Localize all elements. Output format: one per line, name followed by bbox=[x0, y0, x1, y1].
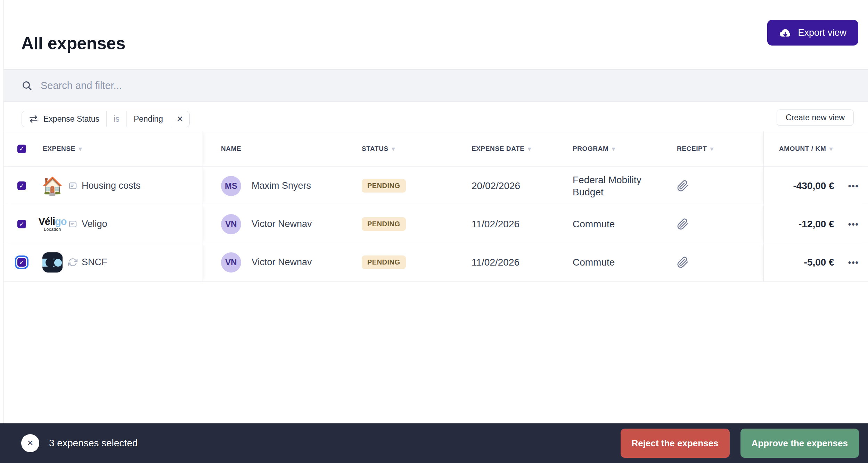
amount-value: -430,00 € bbox=[793, 180, 834, 192]
filter-value[interactable]: Pending bbox=[126, 111, 170, 127]
row-menu-button[interactable]: ••• bbox=[848, 182, 859, 190]
header-cell-expense: ✓ EXPENSE ▾ bbox=[4, 131, 203, 166]
cell-receipt bbox=[673, 205, 763, 243]
person-name: Victor Newnav bbox=[252, 257, 312, 268]
cell-name: MS Maxim Snyers bbox=[203, 167, 362, 205]
create-new-view-button[interactable]: Create new view bbox=[777, 109, 854, 126]
check-icon: ✓ bbox=[19, 145, 24, 153]
amount-value: -12,00 € bbox=[799, 219, 834, 230]
cell-expense: ✓ Véligo Location Veligo bbox=[4, 205, 203, 243]
sort-triangle-icon: ▾ bbox=[710, 145, 714, 153]
header-cell-name: NAME bbox=[203, 131, 362, 166]
export-view-label: Export view bbox=[798, 27, 846, 38]
row-menu-button[interactable]: ••• bbox=[848, 220, 859, 228]
cell-status: PENDING bbox=[362, 167, 472, 205]
cell-amount: -5,00 € ••• bbox=[763, 243, 868, 281]
check-icon: ✓ bbox=[19, 182, 24, 190]
filter-chip-expense-status[interactable]: Expense Status is Pending ✕ bbox=[22, 111, 190, 127]
receipt-attachment-button[interactable] bbox=[677, 218, 689, 230]
search-icon bbox=[22, 80, 32, 91]
header-cell-amount: AMOUNT / KM ▾ bbox=[763, 131, 868, 166]
select-all-checkbox[interactable]: ✓ bbox=[17, 145, 26, 153]
cell-expense-date: 11/02/2026 bbox=[472, 205, 573, 243]
row-checkbox[interactable]: ✓ bbox=[17, 220, 26, 228]
header-cell-status: STATUS ▾ bbox=[362, 131, 472, 166]
selection-actions: Reject the expenses Approve the expenses bbox=[621, 429, 859, 458]
expense-label: Veligo bbox=[82, 219, 107, 229]
expense-label: Housing costs bbox=[82, 180, 141, 191]
header-cell-program: PROGRAM ▾ bbox=[573, 131, 673, 166]
receipt-attachment-button[interactable] bbox=[677, 180, 689, 192]
merchant-logo-veligo: Véligo Location bbox=[41, 213, 64, 235]
status-badge: PENDING bbox=[362, 255, 406, 269]
row-menu-button[interactable]: ••• bbox=[848, 258, 859, 267]
paperclip-icon bbox=[677, 218, 689, 230]
table-row[interactable]: ✓ SNCF VN Victor Newnav PENDING 11/02/20… bbox=[4, 243, 868, 282]
check-icon: ✓ bbox=[19, 259, 24, 266]
cell-expense: ✓ SNCF bbox=[4, 243, 203, 281]
avatar: MS bbox=[221, 176, 241, 196]
cell-status: PENDING bbox=[362, 243, 472, 281]
column-header-amount[interactable]: AMOUNT / KM ▾ bbox=[779, 145, 833, 153]
cell-name: VN Victor Newnav bbox=[203, 205, 362, 243]
filter-field-segment[interactable]: Expense Status bbox=[22, 111, 106, 127]
column-header-expense-date[interactable]: EXPENSE DATE ▾ bbox=[472, 145, 531, 153]
column-header-status[interactable]: STATUS ▾ bbox=[362, 145, 395, 153]
cell-program: Federal Mobility Budget bbox=[573, 167, 673, 205]
cell-amount: -430,00 € ••• bbox=[763, 167, 868, 205]
filter-remove-button[interactable]: ✕ bbox=[170, 111, 189, 127]
sort-triangle-icon: ▾ bbox=[829, 145, 833, 153]
close-icon: ✕ bbox=[177, 114, 183, 124]
page-title: All expenses bbox=[21, 33, 125, 54]
selection-count-text: 3 expenses selected bbox=[49, 438, 138, 449]
sort-triangle-icon: ▾ bbox=[528, 145, 532, 153]
selection-action-bar: ✕ 3 expenses selected Reject the expense… bbox=[0, 423, 868, 463]
search-bar bbox=[4, 70, 868, 102]
person-name: Maxim Snyers bbox=[252, 180, 311, 191]
table-header: ✓ EXPENSE ▾ NAME STATUS ▾ EXPENSE DATE ▾… bbox=[4, 131, 868, 167]
sort-triangle-icon: ▾ bbox=[392, 145, 395, 153]
table-row[interactable]: ✓ 🏠 Housing costs MS Maxim Snyers PENDIN… bbox=[4, 167, 868, 205]
cell-expense-date: 11/02/2026 bbox=[472, 243, 573, 281]
cell-expense-date: 20/02/2026 bbox=[472, 167, 573, 205]
sort-triangle-icon: ▾ bbox=[79, 145, 82, 153]
close-icon: ✕ bbox=[27, 439, 33, 448]
row-checkbox[interactable]: ✓ bbox=[17, 258, 26, 267]
merchant-logo-housing: 🏠 bbox=[41, 175, 64, 197]
cell-program: Commute bbox=[573, 243, 673, 281]
status-badge: PENDING bbox=[362, 217, 406, 231]
column-header-receipt[interactable]: RECEIPT ▾ bbox=[677, 145, 714, 153]
export-view-button[interactable]: Export view bbox=[767, 20, 858, 46]
clear-selection-button[interactable]: ✕ bbox=[21, 434, 39, 452]
avatar: VN bbox=[221, 252, 241, 273]
cell-receipt bbox=[673, 243, 763, 281]
column-header-program[interactable]: PROGRAM ▾ bbox=[573, 145, 615, 153]
sncf-logo bbox=[42, 252, 63, 273]
check-icon: ✓ bbox=[19, 220, 24, 228]
search-input[interactable] bbox=[41, 80, 868, 91]
cloud-download-icon bbox=[779, 27, 792, 38]
swap-arrows-icon bbox=[29, 114, 38, 124]
cell-program: Commute bbox=[573, 205, 673, 243]
more-icon: ••• bbox=[848, 181, 859, 190]
expense-label: SNCF bbox=[82, 257, 107, 268]
receipt-attachment-button[interactable] bbox=[677, 257, 689, 268]
document-icon bbox=[68, 181, 77, 190]
cell-receipt bbox=[673, 167, 763, 205]
document-icon bbox=[68, 219, 77, 229]
column-header-name[interactable]: NAME bbox=[221, 145, 241, 153]
table-row[interactable]: ✓ Véligo Location Veligo VN Victor Newna… bbox=[4, 205, 868, 243]
cell-status: PENDING bbox=[362, 205, 472, 243]
approve-expenses-button[interactable]: Approve the expenses bbox=[740, 429, 859, 458]
cell-expense: ✓ 🏠 Housing costs bbox=[4, 167, 203, 205]
header-cell-expense-date: EXPENSE DATE ▾ bbox=[472, 131, 573, 166]
row-checkbox[interactable]: ✓ bbox=[17, 181, 26, 190]
cell-amount: -12,00 € ••• bbox=[763, 205, 868, 243]
sort-triangle-icon: ▾ bbox=[612, 145, 615, 153]
filter-operator[interactable]: is bbox=[106, 111, 126, 127]
column-header-expense[interactable]: EXPENSE ▾ bbox=[43, 145, 82, 153]
paperclip-icon bbox=[677, 180, 689, 192]
amount-value: -5,00 € bbox=[804, 257, 834, 268]
reject-expenses-button[interactable]: Reject the expenses bbox=[621, 429, 730, 458]
more-icon: ••• bbox=[848, 219, 859, 229]
